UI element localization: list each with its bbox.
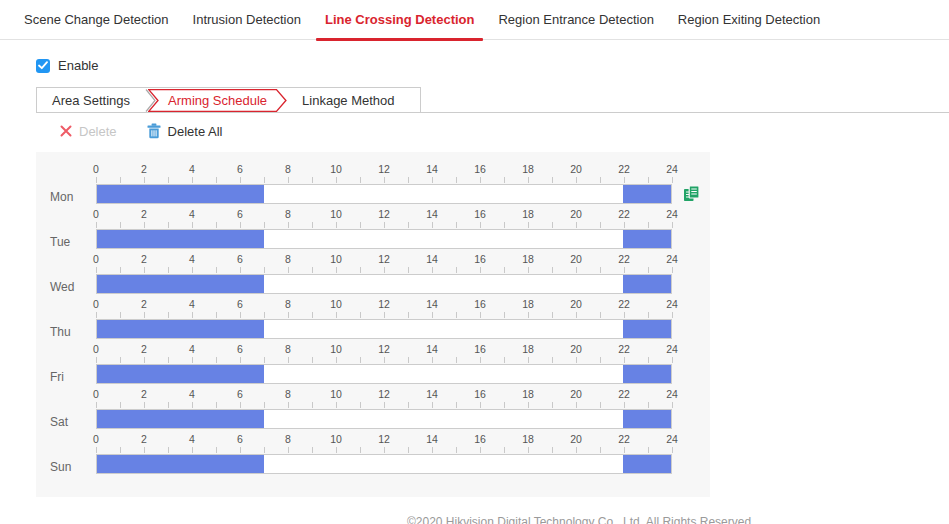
- scale-tick: [288, 402, 289, 408]
- armed-segment[interactable]: [623, 275, 671, 293]
- scale-tick: [624, 267, 625, 273]
- delete-all-button[interactable]: Delete All: [147, 123, 223, 139]
- scale-tick: [336, 357, 337, 363]
- scale-tick: [576, 267, 577, 273]
- scale-tick: [456, 312, 457, 318]
- scale-tick: [96, 357, 97, 363]
- scale-tick: [672, 357, 673, 363]
- time-scale: 024681012141618202224: [96, 253, 672, 266]
- armed-segment[interactable]: [97, 410, 264, 428]
- armed-segment[interactable]: [97, 230, 264, 248]
- armed-segment[interactable]: [623, 185, 671, 203]
- armed-segment[interactable]: [97, 365, 264, 383]
- scale-tick: [480, 402, 481, 408]
- schedule-panel: Mon024681012141618202224Tue0246810121416…: [36, 152, 710, 497]
- scale-tick: [648, 312, 649, 318]
- scale-tick: [552, 177, 553, 183]
- scale-label: 8: [276, 433, 300, 445]
- enable-checkbox[interactable]: [36, 59, 50, 73]
- scale-tick: [648, 267, 649, 273]
- armed-segment[interactable]: [623, 410, 671, 428]
- tab-intrusion-detection[interactable]: Intrusion Detection: [181, 0, 313, 39]
- subtab-linkage-method[interactable]: Linkage Method: [287, 89, 410, 112]
- schedule-toolbar: Delete Delete All: [60, 123, 223, 139]
- day-label: Fri: [50, 370, 92, 384]
- day-label: Sun: [50, 460, 92, 474]
- scale-tick: [408, 177, 409, 183]
- scale-label: 24: [660, 298, 684, 310]
- scale-ticks: [96, 267, 673, 273]
- scale-tick: [456, 357, 457, 363]
- scale-tick: [624, 447, 625, 453]
- schedule-track[interactable]: [96, 364, 672, 384]
- scale-tick: [672, 267, 673, 273]
- scale-label: 0: [84, 298, 108, 310]
- scale-label: 22: [612, 433, 636, 445]
- scale-tick: [504, 447, 505, 453]
- tab-region-exiting-detection[interactable]: Region Exiting Detection: [666, 0, 832, 39]
- scale-tick: [168, 312, 169, 318]
- armed-segment[interactable]: [623, 230, 671, 248]
- scale-tick: [312, 222, 313, 228]
- schedule-track[interactable]: [96, 319, 672, 339]
- armed-segment[interactable]: [623, 320, 671, 338]
- scale-tick: [624, 402, 625, 408]
- scale-label: 4: [180, 208, 204, 220]
- scale-tick: [432, 357, 433, 363]
- scale-tick: [120, 447, 121, 453]
- subtab-area-settings[interactable]: Area Settings: [37, 89, 145, 112]
- armed-segment[interactable]: [97, 455, 264, 473]
- schedule-track[interactable]: [96, 184, 672, 204]
- scale-tick: [504, 267, 505, 273]
- scale-tick: [192, 447, 193, 453]
- scale-tick: [360, 267, 361, 273]
- scale-tick: [624, 357, 625, 363]
- scale-label: 12: [372, 208, 396, 220]
- schedule-track[interactable]: [96, 409, 672, 429]
- delete-button[interactable]: Delete: [60, 124, 117, 139]
- delete-x-icon: [60, 125, 72, 137]
- scale-tick: [456, 222, 457, 228]
- enable-label: Enable: [58, 58, 98, 73]
- armed-segment[interactable]: [97, 185, 264, 203]
- scale-tick: [96, 402, 97, 408]
- armed-segment[interactable]: [623, 365, 671, 383]
- scale-tick: [648, 402, 649, 408]
- scale-tick: [312, 312, 313, 318]
- tab-scene-change-detection[interactable]: Scene Change Detection: [12, 0, 181, 39]
- scale-label: 4: [180, 343, 204, 355]
- schedule-track[interactable]: [96, 229, 672, 249]
- scale-tick: [480, 312, 481, 318]
- armed-segment[interactable]: [97, 320, 264, 338]
- scale-tick: [576, 312, 577, 318]
- scale-tick: [168, 402, 169, 408]
- subtab-arming-schedule[interactable]: Arming Schedule: [148, 89, 287, 112]
- schedule-row-fri: Fri024681012141618202224: [36, 338, 710, 383]
- tab-region-entrance-detection[interactable]: Region Entrance Detection: [486, 0, 665, 39]
- line-crossing-detection-page: Scene Change Detection Intrusion Detecti…: [0, 0, 949, 524]
- schedule-track[interactable]: [96, 274, 672, 294]
- scale-tick: [96, 267, 97, 273]
- schedule-track[interactable]: [96, 454, 672, 474]
- scale-tick: [456, 177, 457, 183]
- scale-label: 20: [564, 343, 588, 355]
- scale-tick: [144, 267, 145, 273]
- scale-label: 22: [612, 388, 636, 400]
- scale-tick: [408, 447, 409, 453]
- scale-tick: [216, 447, 217, 453]
- scale-tick: [120, 357, 121, 363]
- scale-label: 10: [324, 298, 348, 310]
- tab-line-crossing-detection[interactable]: Line Crossing Detection: [313, 0, 487, 39]
- scale-label: 4: [180, 163, 204, 175]
- scale-label: 6: [228, 298, 252, 310]
- scale-label: 8: [276, 343, 300, 355]
- scale-label: 10: [324, 253, 348, 265]
- scale-tick: [120, 177, 121, 183]
- scale-label: 10: [324, 208, 348, 220]
- scale-tick: [432, 267, 433, 273]
- armed-segment[interactable]: [623, 455, 671, 473]
- time-scale: 024681012141618202224: [96, 433, 672, 446]
- scale-tick: [312, 357, 313, 363]
- armed-segment[interactable]: [97, 275, 264, 293]
- schedule-row-sat: Sat024681012141618202224: [36, 383, 710, 428]
